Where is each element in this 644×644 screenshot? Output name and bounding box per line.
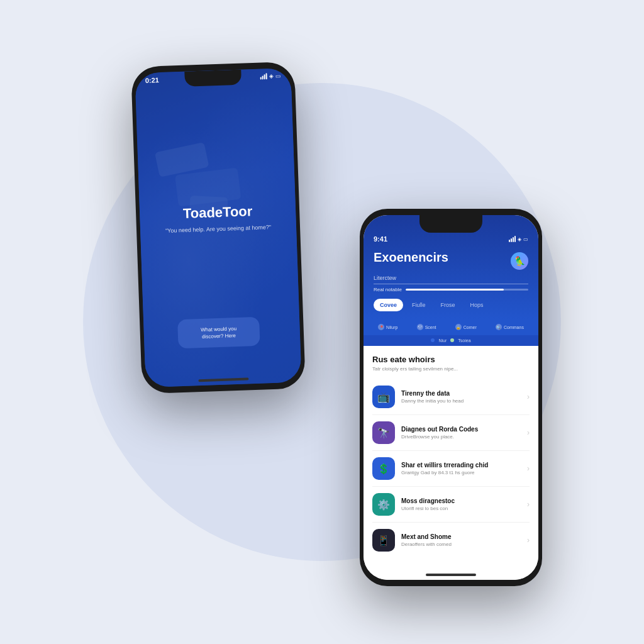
list-icon-5: 📱 <box>372 529 395 552</box>
chevron-icon-1: › <box>527 392 530 401</box>
sub-dot-1 <box>431 338 435 342</box>
filter-comer[interactable]: 🔒 Comer <box>455 324 477 330</box>
back-phone-card: What would you discover? Here <box>177 316 260 348</box>
back-status-icons: ◈ ▭ <box>260 72 280 79</box>
content-section-subtitle: Tatr cloisply ers tailing sevilmen nipe.… <box>372 366 530 372</box>
tab-frose[interactable]: Frose <box>435 299 462 311</box>
list-item-2[interactable]: 🔭 Diagnes out Rorda Codes DriveBrowse yo… <box>372 415 530 451</box>
sub-filter-label-2: Tsoiea <box>458 338 470 343</box>
list-desc-4: Ulorifl resi lo bes con <box>401 506 521 511</box>
back-phone-notch <box>184 70 242 87</box>
sub-filter-row: Niur Tsoiea <box>364 335 538 346</box>
list-icon-3: 💲 <box>372 457 395 480</box>
phone-front: 9:41 ◈ ▭ Exoenencirs 🦜 <box>360 209 542 586</box>
list-icon-4: ⚙️ <box>372 493 395 516</box>
front-status-time: 9:41 <box>374 235 387 243</box>
list-title-3: Shar et willirs trrerading chid <box>401 462 521 469</box>
list-icon-1: 📺 <box>372 386 395 408</box>
tab-covee[interactable]: Covee <box>374 299 403 311</box>
chevron-icon-3: › <box>527 464 530 473</box>
front-label2: Real notable <box>374 287 402 292</box>
list-title-5: Mext and Shome <box>401 533 521 540</box>
tab-hops[interactable]: Hops <box>464 299 490 311</box>
filter-label-nilurp: Nilurp <box>386 325 397 330</box>
list-title-4: Moss diragnestoc <box>401 497 521 504</box>
back-status-time: 0:21 <box>145 76 159 84</box>
filter-icon-commans: 🔍 <box>496 324 502 330</box>
chevron-icon-2: › <box>527 428 530 437</box>
filter-icon-comer: 🔒 <box>455 324 462 330</box>
front-content: Rus eate whoirs Tatr cloisply ers tailin… <box>364 346 538 580</box>
tab-fiulle[interactable]: Fiulle <box>406 299 432 311</box>
filter-icon-scent: 🛡 <box>417 324 423 330</box>
front-progress-bar <box>406 289 528 291</box>
list-item-1[interactable]: 📺 Tirenny the data Danny the initia you … <box>372 379 530 415</box>
front-status-bar: 9:41 ◈ ▭ <box>374 235 528 243</box>
back-card-text: What would you discover? Here <box>187 325 250 341</box>
front-avatar: 🦜 <box>511 252 528 270</box>
phone-back: 0:21 ◈ ▭ ToadeToor "You need help. Are y… <box>131 62 306 394</box>
front-home-indicator <box>426 574 476 576</box>
back-app-title: ToadeToor <box>183 203 253 222</box>
front-header-title: Exoenencirs <box>374 250 448 265</box>
list-item-3[interactable]: 💲 Shar et willirs trrerading chid Grantg… <box>372 451 530 487</box>
list-item-4[interactable]: ⚙️ Moss diragnestoc Ulorifl resi lo bes … <box>372 487 530 523</box>
filter-icon-nilurp: 📍 <box>378 324 384 330</box>
front-phone-notch <box>419 215 482 233</box>
list-desc-2: DriveBrowse you place. <box>401 434 521 440</box>
filter-nilurp[interactable]: 📍 Nilurp <box>378 324 397 330</box>
filter-label-commans: Commans <box>504 325 524 330</box>
list-desc-3: Grantgy Gad by 84.3 t1 hs guore <box>401 470 521 475</box>
list-item-5[interactable]: 📱 Mext and Shome Deraoffers with comed › <box>372 523 530 558</box>
back-app-subtitle: "You need help. Are you seeing at home?" <box>165 224 271 234</box>
filter-label-comer: Comer <box>464 325 477 330</box>
list-icon-2: 🔭 <box>372 421 395 444</box>
front-tabs: Covee Fiulle Frose Hops <box>374 299 528 311</box>
chevron-icon-5: › <box>527 536 530 545</box>
sub-dot-2 <box>450 338 454 342</box>
front-status-icons: ◈ ▭ <box>509 236 528 242</box>
content-section-title: Rus eate whoirs <box>372 355 530 364</box>
list-title-1: Tirenny the data <box>401 390 521 397</box>
chevron-icon-4: › <box>527 500 530 509</box>
filter-row: 📍 Nilurp 🛡 Scent 🔒 Comer 🔍 Commans <box>364 319 538 335</box>
list-desc-5: Deraoffers with comed <box>401 541 521 547</box>
filter-commans[interactable]: 🔍 Commans <box>496 324 524 330</box>
filter-scent[interactable]: 🛡 Scent <box>417 324 436 330</box>
filter-label-scent: Scent <box>425 325 436 330</box>
scene: 0:21 ◈ ▭ ToadeToor "You need help. Are y… <box>39 39 605 605</box>
back-phone-overlay: ToadeToor "You need help. Are you seeing… <box>135 68 301 387</box>
front-progress-fill <box>406 289 504 291</box>
sub-filter-label-1: Niur <box>438 338 447 343</box>
list-desc-1: Danny the initia you to head <box>401 398 521 404</box>
front-label1: Literctew <box>374 275 528 281</box>
list-title-2: Diagnes out Rorda Codes <box>401 426 521 433</box>
